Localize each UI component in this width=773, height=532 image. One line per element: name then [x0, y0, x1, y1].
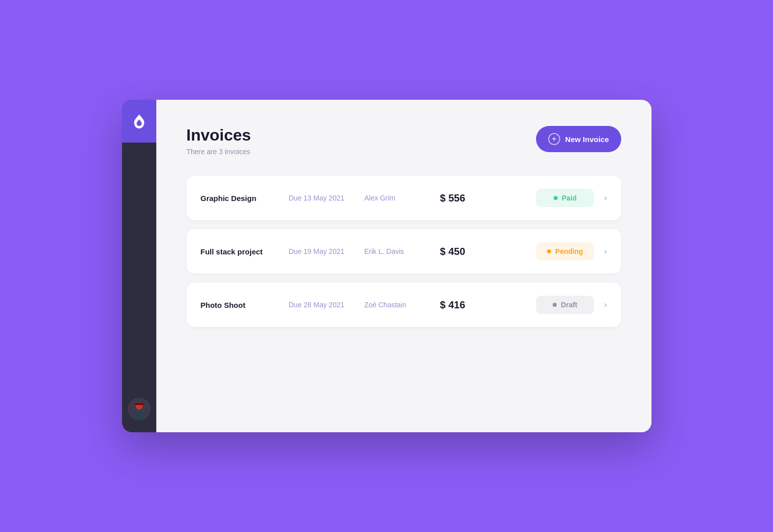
status-dot-icon [554, 196, 558, 200]
invoice-due: Due 28 May 2021 [289, 301, 365, 309]
status-dot-icon [553, 303, 557, 307]
invoice-client: Alex Grim [365, 194, 440, 202]
invoice-row[interactable]: Photo Shoot Due 28 May 2021 Zoé Chastain… [187, 283, 621, 327]
status-label: Pending [555, 247, 583, 255]
invoice-amount: $ 556 [440, 192, 537, 204]
invoice-due: Due 19 May 2021 [289, 247, 365, 255]
invoice-name: Photo Shoot [201, 301, 289, 309]
invoice-due: Due 13 May 2021 [289, 194, 365, 202]
logo-icon [130, 112, 148, 130]
invoice-row[interactable]: Graphic Design Due 13 May 2021 Alex Grim… [187, 176, 621, 220]
chevron-right-icon: › [604, 247, 607, 256]
avatar[interactable] [128, 398, 150, 420]
svg-point-2 [133, 411, 145, 420]
invoice-client: Zoé Chastain [365, 301, 440, 309]
sidebar-logo-area [122, 100, 156, 143]
page-header: Invoices There are 3 invoices + New Invo… [187, 126, 621, 156]
chevron-right-icon: › [604, 193, 607, 203]
invoice-amount: $ 416 [440, 299, 537, 311]
invoice-name: Graphic Design [201, 194, 289, 203]
app-window: Invoices There are 3 invoices + New Invo… [122, 100, 651, 432]
status-badge: Draft [536, 296, 594, 314]
main-content: Invoices There are 3 invoices + New Invo… [156, 100, 651, 432]
svg-rect-3 [135, 403, 144, 405]
sidebar [122, 100, 156, 432]
invoice-row[interactable]: Full stack project Due 19 May 2021 Erik … [187, 229, 621, 274]
new-invoice-label: New Invoice [565, 135, 609, 144]
new-invoice-button[interactable]: + New Invoice [536, 126, 621, 152]
status-dot-icon [547, 249, 551, 253]
invoice-client: Erik L. Davis [365, 247, 440, 255]
avatar-image [128, 398, 150, 420]
status-label: Paid [562, 194, 577, 202]
chevron-right-icon: › [604, 300, 607, 309]
status-label: Draft [561, 301, 577, 309]
status-badge: Paid [536, 189, 594, 207]
invoice-name: Full stack project [201, 247, 289, 256]
plus-icon: + [548, 133, 560, 145]
invoice-count: There are 3 invoices [187, 148, 251, 156]
invoices-list: Graphic Design Due 13 May 2021 Alex Grim… [187, 176, 621, 327]
header-left: Invoices There are 3 invoices [187, 126, 251, 156]
status-badge: Pending [536, 242, 594, 260]
page-title: Invoices [187, 126, 251, 145]
invoice-amount: $ 450 [440, 246, 537, 257]
